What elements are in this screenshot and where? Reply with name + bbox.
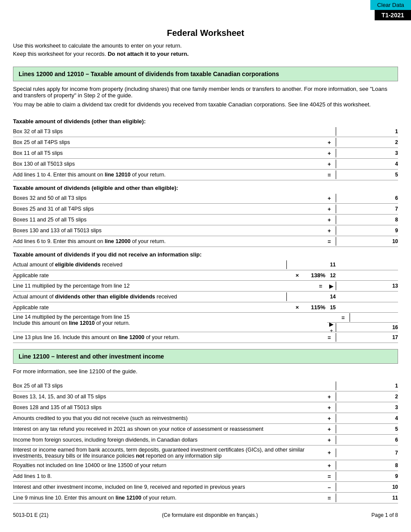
table-row: Boxes 11 and 25 of all T5 slips + 8	[13, 215, 398, 225]
input-s2-3[interactable]	[336, 403, 388, 412]
input-s2-8[interactable]	[336, 461, 388, 470]
section2-desc1: For more information, see line 12100 of …	[13, 368, 398, 375]
input-s1-10[interactable]	[336, 237, 388, 246]
input-s1-2[interactable]	[336, 138, 388, 147]
clear-data-button[interactable]: Clear Data	[370, 0, 411, 10]
footer-right: Page 1 of 8	[372, 512, 398, 518]
section1-desc1: Special rules apply for income from prop…	[13, 86, 398, 99]
subsection1-title: Taxable amount of dividends (other than …	[13, 118, 398, 125]
input-s1-16a[interactable]	[350, 313, 389, 322]
footer: 5013-D1 E (21) (Ce formulaire est dispon…	[0, 503, 411, 522]
table-row: Interest on any tax refund you received …	[13, 424, 398, 435]
section2-desc: For more information, see line 12100 of …	[0, 368, 411, 381]
intro-line1: Use this worksheet to calculate the amou…	[13, 42, 398, 49]
table-row: Line 14 multiplied by the percentage fro…	[13, 313, 398, 332]
table-row: Amounts credited to you that you did not…	[13, 413, 398, 424]
table-row: Boxes 130 and 133 of all T5013 slips + 9	[13, 225, 398, 236]
footer-left: 5013-D1 E (21)	[13, 512, 48, 518]
section1-form: Taxable amount of dividends (other than …	[0, 118, 411, 343]
input-s2-10[interactable]	[336, 483, 388, 491]
section2-header: Line 12100 – Interest and other investme…	[13, 349, 398, 364]
intro-text: Use this worksheet to calculate the amou…	[0, 42, 411, 61]
page-title: Federal Worksheet	[0, 20, 411, 42]
input-s1-8[interactable]	[336, 215, 388, 224]
table-row: Add lines 1 to 8. = 9	[13, 471, 398, 482]
input-s2-9[interactable]	[336, 472, 388, 481]
input-s1-9[interactable]	[336, 226, 388, 235]
input-s2-5[interactable]	[336, 425, 388, 433]
table-row: Boxes 128 and 135 of all T5013 slips + 3	[13, 402, 398, 413]
input-s2-7[interactable]	[336, 449, 388, 457]
table-row: Box 130 of all T5013 slips + 4	[13, 159, 398, 170]
table-row: Add lines 1 to 4. Enter this amount on l…	[13, 170, 398, 180]
input-s2-4[interactable]	[336, 414, 388, 423]
table-row: Actual amount of dividends other than el…	[13, 292, 398, 302]
table-row: Interest and other investment income, in…	[13, 482, 398, 493]
intro-line2: Keep this worksheet for your records. Do…	[13, 51, 398, 57]
table-row: Box 25 of all T4PS slips + 2	[13, 137, 398, 148]
input-s1-4[interactable]	[336, 160, 388, 168]
table-row: Line 11 multiplied by the percentage fro…	[13, 281, 398, 292]
input-s1-1[interactable]	[336, 127, 388, 136]
input-s1-17[interactable]	[336, 333, 388, 342]
table-row: Add lines 6 to 9. Enter this amount on l…	[13, 236, 398, 247]
input-s1-7[interactable]	[336, 205, 388, 213]
header-right: Clear Data T1-2021	[370, 0, 411, 20]
input-s1-14[interactable]	[286, 292, 325, 301]
input-s1-13[interactable]	[336, 282, 388, 290]
table-row: Box 25 of all T3 slips 1	[13, 381, 398, 391]
t1-label: T1-2021	[375, 10, 411, 20]
table-row: Box 32 of all T3 slips 1	[13, 126, 398, 137]
footer-center: (Ce formulaire est disponible en françai…	[162, 512, 258, 518]
table-row: Box 11 of all T5 slips + 3	[13, 148, 398, 159]
table-row: Line 13 plus line 16. Include this amoun…	[13, 332, 398, 343]
input-s1-5[interactable]	[336, 170, 388, 179]
input-s1-16b[interactable]	[336, 323, 388, 332]
input-s1-3[interactable]	[336, 149, 388, 157]
table-row: Royalties not included on line 10400 or …	[13, 460, 398, 471]
table-row: Line 9 minus line 10. Enter this amount …	[13, 493, 398, 503]
subsection2-title: Taxable amount of dividends (eligible an…	[13, 185, 398, 191]
input-s2-11[interactable]	[336, 494, 388, 502]
input-s1-6[interactable]	[336, 194, 388, 202]
input-s1-11[interactable]	[286, 260, 325, 269]
table-row: Income from foreign sources, including f…	[13, 435, 398, 445]
table-row: Applicable rate × 138% 12	[13, 270, 398, 281]
table-row: Interest or income earned from bank acco…	[13, 445, 398, 460]
section2-form: Box 25 of all T3 slips 1 Boxes 13, 14, 1…	[0, 381, 411, 503]
top-bar: Clear Data T1-2021	[0, 0, 411, 20]
section1-header: Lines 12000 and 12010 – Taxable amount o…	[13, 67, 398, 81]
section1-desc: Special rules apply for income from prop…	[0, 86, 411, 114]
table-row: Boxes 13, 14, 15, and 30 of all T5 slips…	[13, 391, 398, 402]
section1-desc2: You may be able to claim a dividend tax …	[13, 101, 398, 108]
subsection3-title: Taxable amount of dividends if you did n…	[13, 251, 398, 258]
table-row: Boxes 32 and 50 of all T3 slips + 6	[13, 193, 398, 204]
input-s2-2[interactable]	[336, 392, 388, 401]
input-s2-1[interactable]	[336, 381, 388, 390]
input-s2-6[interactable]	[336, 436, 388, 444]
table-row: Boxes 25 and 31 of all T4PS slips + 7	[13, 204, 398, 215]
table-row: Applicable rate × 115% 15	[13, 302, 398, 313]
table-row: Actual amount of eligible dividends rece…	[13, 260, 398, 270]
